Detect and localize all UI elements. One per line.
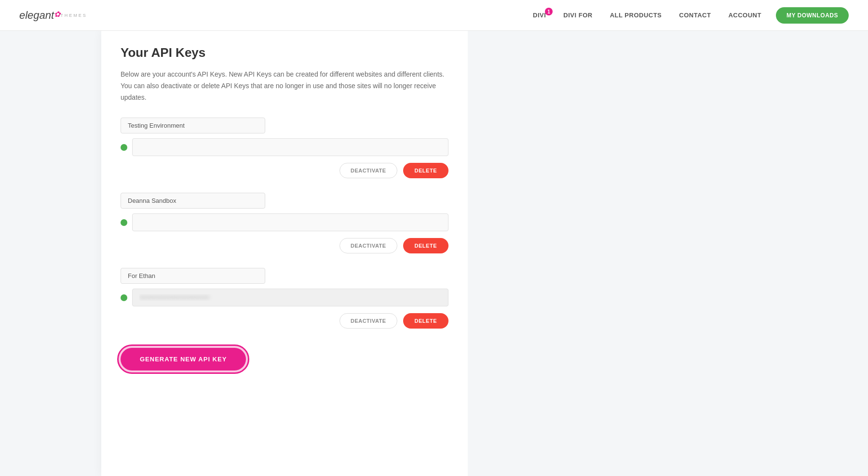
api-key-value-1[interactable]: [132, 138, 448, 156]
section-title: Your API Keys: [121, 45, 448, 60]
api-key-list: DEACTIVATE DELETE DEACTIVATE DELETE: [121, 118, 448, 343]
api-key-name-2[interactable]: [121, 193, 265, 209]
api-key-value-2[interactable]: [132, 213, 448, 231]
generate-api-key-button[interactable]: GENERATE NEW API KEY: [121, 348, 246, 370]
header: elegant✿ themes DIVI 1 DIVI FOR ALL PROD…: [0, 0, 868, 31]
nav-divi[interactable]: DIVI 1: [533, 12, 546, 19]
logo-elegant-text: elegant✿: [19, 9, 60, 22]
generate-btn-wrapper: GENERATE NEW API KEY: [121, 348, 448, 370]
my-downloads-button[interactable]: MY DOWNLOADS: [776, 7, 849, 24]
status-dot-2: [121, 219, 127, 226]
api-key-actions-2: DEACTIVATE DELETE: [121, 238, 448, 253]
api-key-name-3[interactable]: [121, 268, 265, 284]
main-nav: DIVI 1 DIVI FOR ALL PRODUCTS CONTACT ACC…: [533, 12, 761, 19]
nav-all-products[interactable]: ALL PRODUCTS: [610, 12, 662, 19]
api-key-actions-1: DEACTIVATE DELETE: [121, 163, 448, 178]
delete-button-3[interactable]: DELETE: [403, 313, 448, 329]
deactivate-button-1[interactable]: DEACTIVATE: [339, 163, 397, 178]
page-layout: Your API Keys Below are your account's A…: [0, 31, 868, 476]
logo: elegant✿ themes: [19, 9, 87, 22]
section-description: Below are your account's API Keys. New A…: [121, 69, 448, 103]
deactivate-button-2[interactable]: DEACTIVATE: [339, 238, 397, 253]
nav-divi-for[interactable]: DIVI FOR: [563, 12, 592, 19]
divi-badge: 1: [545, 8, 553, 15]
status-dot-3: [121, 294, 127, 301]
left-sidebar: [0, 31, 101, 476]
nav-contact[interactable]: CONTACT: [679, 12, 711, 19]
api-key-row-2: [121, 213, 448, 231]
content-panel: Your API Keys Below are your account's A…: [101, 31, 468, 476]
api-key-row-1: [121, 138, 448, 156]
delete-button-2[interactable]: DELETE: [403, 238, 448, 253]
delete-button-1[interactable]: DELETE: [403, 163, 448, 178]
api-key-value-3[interactable]: [132, 289, 448, 306]
api-key-entry-2: DEACTIVATE DELETE: [121, 193, 448, 253]
api-key-entry-1: DEACTIVATE DELETE: [121, 118, 448, 178]
nav-account[interactable]: ACCOUNT: [728, 12, 761, 19]
api-key-name-1[interactable]: [121, 118, 265, 133]
deactivate-button-3[interactable]: DEACTIVATE: [339, 313, 397, 329]
logo-themes-text: themes: [60, 13, 87, 18]
right-sidebar: [468, 31, 868, 476]
status-dot-1: [121, 144, 127, 151]
api-key-actions-3: DEACTIVATE DELETE: [121, 313, 448, 329]
api-key-row-3: [121, 289, 448, 306]
api-key-entry-3: DEACTIVATE DELETE: [121, 268, 448, 329]
logo-text: elegant: [19, 9, 54, 21]
